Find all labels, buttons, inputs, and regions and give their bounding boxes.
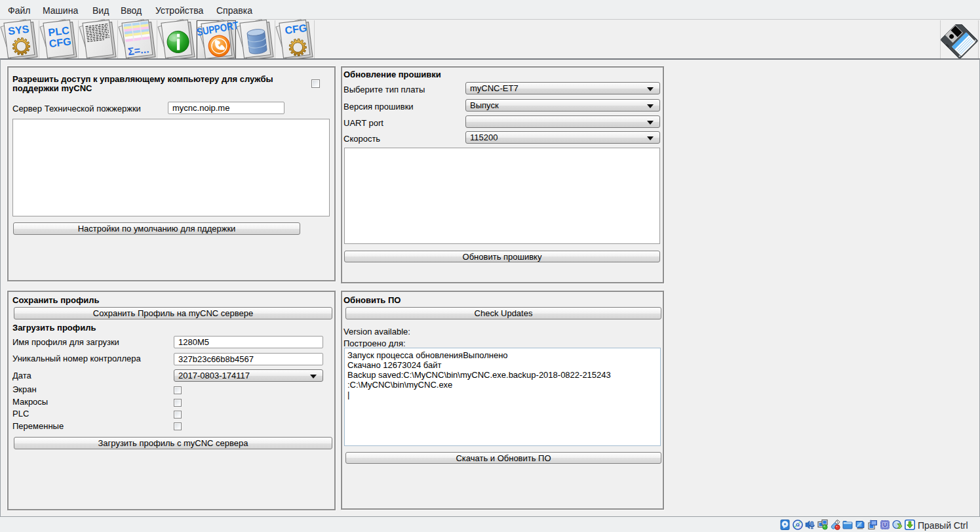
svg-text:U: U xyxy=(883,522,887,528)
